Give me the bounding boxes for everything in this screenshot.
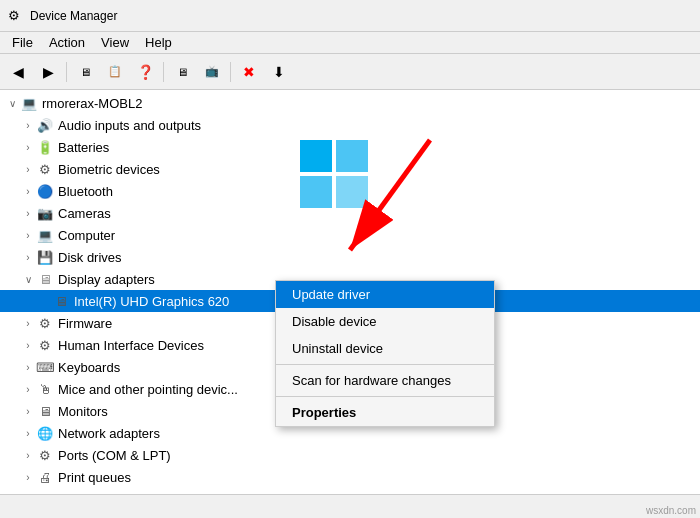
biometric-icon: ⚙ [36, 160, 54, 178]
ports-label: Ports (COM & LPT) [58, 448, 700, 463]
disk-icon: 💾 [36, 248, 54, 266]
network-label: Network adapters [58, 426, 700, 441]
hid-icon: ⚙ [36, 336, 54, 354]
toolbar-sep-2 [163, 62, 164, 82]
tree-item-disk[interactable]: › 💾 Disk drives [0, 246, 700, 268]
root-label: rmorerax-MOBL2 [42, 96, 700, 111]
firmware-icon: ⚙ [36, 314, 54, 332]
svg-rect-3 [336, 176, 368, 208]
cameras-icon: 📷 [36, 204, 54, 222]
toolbar-sep-1 [66, 62, 67, 82]
network-expand: › [20, 425, 36, 441]
toolbar-display2[interactable]: 📺 [198, 58, 226, 86]
context-menu: Update driver Disable device Uninstall d… [275, 280, 495, 427]
display-expand: ∨ [20, 271, 36, 287]
root-expand-icon: ∨ [4, 95, 20, 111]
toolbar-update[interactable]: ⬇ [265, 58, 293, 86]
computer-expand: › [20, 227, 36, 243]
tree-item-audio[interactable]: › 🔊 Audio inputs and outputs [0, 114, 700, 136]
title-bar: ⚙ Device Manager [0, 0, 700, 32]
audio-icon: 🔊 [36, 116, 54, 134]
print-expand: › [20, 469, 36, 485]
context-menu-update-driver[interactable]: Update driver [276, 281, 494, 308]
toolbar-delete[interactable]: ✖ [235, 58, 263, 86]
toolbar-help[interactable]: ❓ [131, 58, 159, 86]
root-icon: 💻 [20, 94, 38, 112]
tree-item-computer[interactable]: › 💻 Computer [0, 224, 700, 246]
graphics-icon: 🖥 [52, 292, 70, 310]
network-icon: 🌐 [36, 424, 54, 442]
disk-label: Disk drives [58, 250, 700, 265]
batteries-expand: › [20, 139, 36, 155]
context-menu-disable-device[interactable]: Disable device [276, 308, 494, 335]
toolbar-forward[interactable]: ▶ [34, 58, 62, 86]
cameras-label: Cameras [58, 206, 700, 221]
status-bar [0, 494, 700, 518]
tree-root[interactable]: ∨ 💻 rmorerax-MOBL2 [0, 92, 700, 114]
monitors-icon: 🖥 [36, 402, 54, 420]
toolbar: ◀ ▶ 🖥 📋 ❓ 🖥 📺 ✖ ⬇ [0, 54, 700, 90]
hid-expand: › [20, 337, 36, 353]
menu-file[interactable]: File [4, 33, 41, 52]
bluetooth-expand: › [20, 183, 36, 199]
batteries-icon: 🔋 [36, 138, 54, 156]
firmware-expand: › [20, 315, 36, 331]
app-icon: ⚙ [8, 8, 24, 24]
batteries-label: Batteries [58, 140, 700, 155]
audio-expand: › [20, 117, 36, 133]
toolbar-display[interactable]: 🖥 [168, 58, 196, 86]
menu-view[interactable]: View [93, 33, 137, 52]
print-label: Print queues [58, 470, 700, 485]
display-icon: 🖥 [36, 270, 54, 288]
toolbar-sep-3 [230, 62, 231, 82]
svg-rect-1 [336, 140, 368, 172]
cameras-expand: › [20, 205, 36, 221]
bluetooth-label: Bluetooth [58, 184, 700, 199]
monitors-expand: › [20, 403, 36, 419]
context-menu-separator-2 [276, 396, 494, 397]
biometric-label: Biometric devices [58, 162, 700, 177]
toolbar-back[interactable]: ◀ [4, 58, 32, 86]
disk-expand: › [20, 249, 36, 265]
mice-expand: › [20, 381, 36, 397]
print-icon: 🖨 [36, 468, 54, 486]
menu-action[interactable]: Action [41, 33, 93, 52]
ports-expand: › [20, 447, 36, 463]
bluetooth-icon: 🔵 [36, 182, 54, 200]
context-menu-uninstall-device[interactable]: Uninstall device [276, 335, 494, 362]
menu-help[interactable]: Help [137, 33, 180, 52]
mice-icon: 🖱 [36, 380, 54, 398]
computer-label: Computer [58, 228, 700, 243]
ports-icon: ⚙ [36, 446, 54, 464]
svg-rect-2 [300, 176, 332, 208]
context-menu-separator [276, 364, 494, 365]
menu-bar: File Action View Help [0, 32, 700, 54]
context-menu-scan-hardware[interactable]: Scan for hardware changes [276, 367, 494, 394]
watermark: wsxdn.com [646, 505, 696, 516]
computer-icon: 💻 [36, 226, 54, 244]
tree-item-print[interactable]: › 🖨 Print queues [0, 466, 700, 488]
context-menu-properties[interactable]: Properties [276, 399, 494, 426]
tree-item-ports[interactable]: › ⚙ Ports (COM & LPT) [0, 444, 700, 466]
toolbar-scan[interactable]: 📋 [101, 58, 129, 86]
graphics-expand [36, 293, 52, 309]
audio-label: Audio inputs and outputs [58, 118, 700, 133]
svg-rect-0 [300, 140, 332, 172]
keyboards-icon: ⌨ [36, 358, 54, 376]
toolbar-properties[interactable]: 🖥 [71, 58, 99, 86]
windows-logo [300, 140, 370, 210]
keyboards-expand: › [20, 359, 36, 375]
biometric-expand: › [20, 161, 36, 177]
title-bar-text: Device Manager [30, 9, 117, 23]
